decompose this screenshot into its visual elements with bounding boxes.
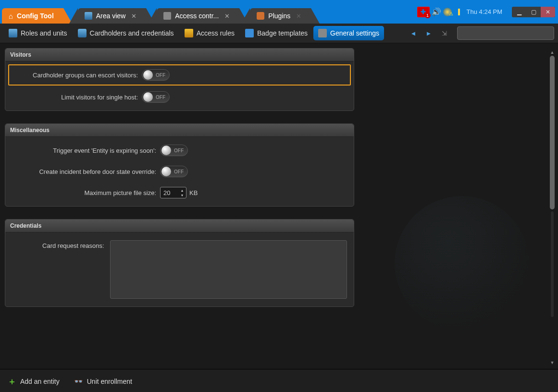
search-input[interactable] xyxy=(457,26,554,40)
plus-icon: ＋ xyxy=(8,376,16,387)
rules-icon xyxy=(185,29,193,37)
incident-toggle[interactable]: OFF xyxy=(160,166,188,177)
row-picture-size: Maximum picture file size: 20 ▲▼ KB xyxy=(12,187,347,198)
notification-badge[interactable]: ✚ 1 xyxy=(417,7,430,17)
scroll-down-arrow[interactable]: ▼ xyxy=(549,360,555,365)
scroll-up-arrow[interactable]: ▲ xyxy=(549,50,555,55)
roles-icon xyxy=(9,29,17,37)
content-area: Visitors Cardholder groups can escort vi… xyxy=(0,43,558,369)
trigger-toggle[interactable]: OFF xyxy=(160,145,188,156)
sub-tabs: Roles and units Cardholders and credenti… xyxy=(0,24,558,43)
close-button[interactable]: ✕ xyxy=(541,7,555,17)
reasons-label: Card request reasons: xyxy=(12,240,110,249)
subtab-roles[interactable]: Roles and units xyxy=(4,26,72,40)
panel-title: Miscellaneous xyxy=(5,124,354,137)
tab-close-icon[interactable]: ✕ xyxy=(131,12,136,20)
badge-icon xyxy=(245,29,254,37)
spinner[interactable]: ▲▼ xyxy=(179,188,186,197)
globe-watermark xyxy=(395,196,529,331)
unit-enrollment-button[interactable]: 👓 Unit enrollment xyxy=(74,377,132,386)
subtab-access-rules[interactable]: Access rules xyxy=(180,26,239,40)
toggle-state: OFF xyxy=(174,148,184,153)
nav-back-button[interactable]: ◄ xyxy=(407,27,420,39)
subtab-label: Access rules xyxy=(197,29,235,37)
row-limit-visitors: Limit visitors for single host: OFF xyxy=(12,91,347,103)
escort-label: Cardholder groups can escort visitors: xyxy=(12,72,142,79)
tab-access-control[interactable]: Access contr... ✕ xyxy=(157,8,239,24)
row-create-incident: Create incident before door state overri… xyxy=(12,166,347,177)
picsize-value: 20 xyxy=(163,189,170,196)
subtab-label: General settings xyxy=(330,29,379,37)
subtab-label: Badge templates xyxy=(257,29,308,37)
scroll-track xyxy=(551,211,554,317)
reasons-textarea[interactable] xyxy=(110,240,347,299)
unit-enrollment-label: Unit enrollment xyxy=(87,378,132,385)
tab-label: Access contr... xyxy=(175,12,219,20)
picsize-input[interactable]: 20 ▲▼ xyxy=(160,187,186,198)
panel-miscellaneous: Miscellaneous Trigger event 'Entity is e… xyxy=(5,123,354,207)
window-controls: ▁ ▢ ✕ xyxy=(512,7,555,17)
clipboard-icon xyxy=(163,12,171,20)
minimize-button[interactable]: ▁ xyxy=(512,7,526,17)
picsize-unit: KB xyxy=(189,189,198,196)
toggle-knob xyxy=(143,70,153,80)
panel-title: Credentials xyxy=(5,220,354,233)
tab-area-view[interactable]: Area view ✕ xyxy=(78,8,146,24)
toggle-state: OFF xyxy=(156,95,165,100)
tab-label: Area view xyxy=(96,12,125,20)
panel-credentials: Credentials Card request reasons: xyxy=(5,219,354,307)
toggle-knob xyxy=(143,92,153,102)
clock: Thu 4:24 PM xyxy=(462,6,507,18)
tab-close-icon[interactable]: ✕ xyxy=(296,12,301,20)
row-escort-visitors: Cardholder groups can escort visitors: O… xyxy=(8,64,351,86)
subtab-cardholders[interactable]: Cardholders and credentials xyxy=(73,26,179,40)
escort-toggle[interactable]: OFF xyxy=(142,69,170,81)
status-bar-icon[interactable] xyxy=(458,6,460,18)
tab-label: Config Tool xyxy=(17,12,54,20)
incident-label: Create incident before door state overri… xyxy=(12,168,160,175)
cardholders-icon xyxy=(78,29,87,37)
subtab-label: Roles and units xyxy=(21,29,67,37)
row-trigger-event: Trigger event 'Entity is expiring soon':… xyxy=(12,145,347,156)
toggle-knob xyxy=(161,146,171,155)
subtab-label: Cardholders and credentials xyxy=(90,29,174,37)
nav-forward-button[interactable]: ► xyxy=(422,27,435,39)
home-icon: ⌂ xyxy=(9,12,13,20)
plugin-icon xyxy=(257,12,264,20)
toggle-knob xyxy=(161,167,171,176)
footer-bar: ＋ Add an entity 👓 Unit enrollment xyxy=(0,369,558,392)
tab-config-tool[interactable]: ⌂ Config Tool xyxy=(2,8,63,24)
notification-count: 1 xyxy=(425,12,431,18)
trigger-label: Trigger event 'Entity is expiring soon': xyxy=(12,147,160,154)
shield-icon[interactable]: ⚠ xyxy=(443,6,456,18)
limit-toggle[interactable]: OFF xyxy=(142,91,170,103)
toggle-state: OFF xyxy=(174,169,184,174)
picsize-label: Maximum picture file size: xyxy=(12,189,160,196)
vertical-scrollbar[interactable]: ▲ ▼ xyxy=(549,50,555,365)
nav-export-button[interactable]: ⇲ xyxy=(438,27,450,39)
maximize-button[interactable]: ▢ xyxy=(526,7,541,17)
tab-label: Plugins xyxy=(268,12,290,20)
tab-plugins[interactable]: Plugins ✕ xyxy=(250,8,311,24)
panel-title: Visitors xyxy=(5,49,354,61)
subtab-badge-templates[interactable]: Badge templates xyxy=(240,26,312,40)
settings-icon xyxy=(318,29,327,37)
area-icon xyxy=(85,12,92,20)
add-entity-button[interactable]: ＋ Add an entity xyxy=(8,376,60,387)
subtab-general-settings[interactable]: General settings xyxy=(313,26,384,40)
panel-visitors: Visitors Cardholder groups can escort vi… xyxy=(5,48,354,111)
scroll-thumb[interactable] xyxy=(550,56,555,209)
limit-label: Limit visitors for single host: xyxy=(12,94,142,101)
tab-close-icon[interactable]: ✕ xyxy=(224,12,230,20)
binoculars-icon: 👓 xyxy=(74,377,83,386)
add-entity-label: Add an entity xyxy=(20,378,60,385)
volume-icon[interactable]: 🔊 xyxy=(432,6,441,18)
row-card-reasons: Card request reasons: xyxy=(12,240,347,299)
toggle-state: OFF xyxy=(156,73,165,78)
